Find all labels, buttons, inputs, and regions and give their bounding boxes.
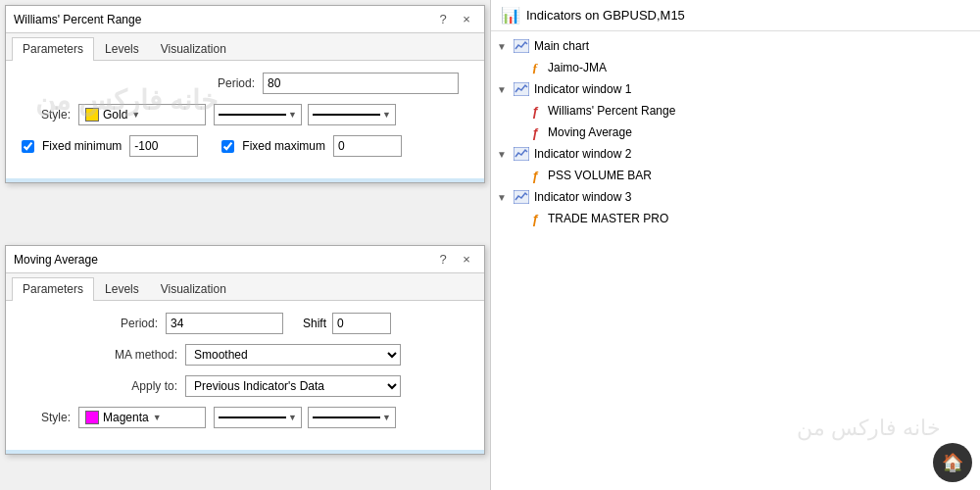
tree-indicator-window-3[interactable]: ▼ Indicator window 3 [491, 186, 980, 208]
ma-tree-label: Moving Average [548, 125, 632, 139]
iw1-expand: ▼ [497, 84, 513, 95]
wpr-fixed-max-input[interactable] [333, 135, 402, 157]
ma-style-label: Style: [22, 411, 71, 424]
wpr-color-swatch [85, 108, 99, 122]
ma-progress [6, 450, 484, 454]
corner-logo: 🏠 [933, 443, 972, 482]
ma-line-arrow-2: ▼ [382, 413, 391, 422]
pss-label: PSS VOLUME BAR [548, 169, 652, 182]
wpr-close-button[interactable]: × [457, 10, 476, 29]
ma-method-select[interactable]: Smoothed Simple Exponential Linear Weigh… [185, 344, 401, 366]
ma-line-style-1[interactable]: ▼ [214, 407, 302, 428]
main-chart-expand: ▼ [497, 41, 513, 52]
ma-help-button[interactable]: ? [433, 250, 453, 270]
corner-logo-icon: 🏠 [942, 452, 963, 473]
wpr-tree-icon: ƒ [526, 102, 544, 120]
left-panel: Williams' Percent Range ? × Parameters L… [0, 0, 490, 490]
ma-apply-select[interactable]: Previous Indicator's Data Close Open Hig… [185, 375, 401, 397]
wpr-color-label: Gold [103, 108, 127, 122]
ma-period-label: Period: [99, 317, 158, 330]
tree-trade-master[interactable]: ƒ TRADE MASTER PRO [491, 208, 980, 229]
iw3-expand: ▼ [497, 192, 513, 203]
ma-title-buttons: ? × [433, 250, 476, 270]
wpr-window: Williams' Percent Range ? × Parameters L… [5, 5, 485, 183]
wpr-tabs: Parameters Levels Visualization [6, 33, 484, 61]
tree-pss[interactable]: ƒ PSS VOLUME BAR [491, 165, 980, 186]
ma-method-row: MA method: Smoothed Simple Exponential L… [22, 344, 468, 366]
ma-form: Period: Shift MA method: Smoothed Simple… [6, 301, 484, 450]
ma-apply-row: Apply to: Previous Indicator's Data Clos… [22, 375, 468, 397]
ma-color-swatch [85, 411, 99, 424]
wpr-progress [6, 178, 484, 182]
wpr-line-preview-1 [219, 114, 286, 116]
wpr-line-style-2[interactable]: ▼ [308, 104, 396, 125]
ma-tree-icon: ƒ [526, 123, 544, 141]
wpr-line-arrow-2: ▼ [382, 110, 391, 120]
wpr-period-row: Period: [22, 73, 468, 94]
ma-title: Moving Average [14, 253, 98, 267]
indicators-title-text: Indicators on GBPUSD,M15 [526, 8, 685, 23]
ma-shift-input[interactable] [332, 313, 391, 334]
wpr-title-buttons: ? × [433, 10, 476, 29]
ma-style-row: Style: Magenta ▼ ▼ ▼ [22, 407, 468, 428]
ma-line-arrow-1: ▼ [288, 413, 297, 422]
ma-shift-label: Shift [303, 317, 326, 330]
indicators-icon: 📊 [501, 6, 520, 24]
iw3-icon [513, 188, 530, 206]
wpr-tree-label: Williams' Percent Range [548, 104, 675, 118]
iw2-icon [513, 145, 530, 163]
wpr-tab-levels[interactable]: Levels [94, 37, 150, 60]
tree-main-chart[interactable]: ▼ Main chart [491, 35, 980, 57]
wpr-line-style-1[interactable]: ▼ [214, 104, 302, 125]
ma-line-preview-1 [219, 416, 286, 418]
tree-indicator-window-2[interactable]: ▼ Indicator window 2 [491, 143, 980, 165]
wpr-tab-parameters[interactable]: Parameters [12, 37, 94, 61]
wpr-fixed-min-label: Fixed minimum [42, 139, 122, 153]
wpr-fixed-row: Fixed minimum Fixed maximum [22, 135, 468, 157]
wpr-line-arrow-1: ▼ [288, 110, 297, 120]
wpr-fixed-min-checkbox[interactable] [22, 140, 34, 153]
ma-color-arrow: ▼ [153, 413, 162, 422]
ma-apply-label: Apply to: [89, 379, 177, 393]
ma-color-picker[interactable]: Magenta ▼ [78, 407, 206, 428]
right-watermark: خانه فارکس من [797, 416, 941, 441]
iw1-icon [513, 80, 530, 98]
wpr-help-button[interactable]: ? [433, 10, 453, 29]
iw2-label: Indicator window 2 [534, 147, 631, 161]
wpr-color-picker[interactable]: Gold ▼ [78, 104, 206, 125]
ma-tab-levels[interactable]: Levels [94, 277, 150, 300]
wpr-title-bar: Williams' Percent Range ? × [6, 6, 484, 33]
wpr-fixed-max-checkbox[interactable] [221, 140, 234, 153]
ma-color-label: Magenta [103, 411, 149, 424]
iw3-label: Indicator window 3 [534, 190, 631, 204]
ma-line-preview-2 [313, 416, 380, 418]
wpr-color-arrow: ▼ [131, 110, 140, 120]
tree-indicator-window-1[interactable]: ▼ Indicator window 1 [491, 78, 980, 100]
wpr-period-label: Period: [157, 76, 255, 90]
tree-jaimo-jma[interactable]: ƒ Jaimo-JMA [491, 57, 980, 78]
ma-tab-visualization[interactable]: Visualization [150, 277, 237, 300]
tree-wpr[interactable]: ƒ Williams' Percent Range [491, 100, 980, 122]
wpr-period-input[interactable] [263, 73, 459, 94]
tree-ma[interactable]: ƒ Moving Average [491, 122, 980, 143]
wpr-tab-visualization[interactable]: Visualization [150, 37, 237, 60]
indicators-title: 📊 Indicators on GBPUSD,M15 [491, 0, 980, 31]
iw1-label: Indicator window 1 [534, 82, 631, 96]
ma-line-style-2[interactable]: ▼ [308, 407, 396, 428]
ma-period-row: Period: Shift [22, 313, 468, 334]
jaimo-icon: ƒ [526, 59, 544, 76]
wpr-fixed-min-input[interactable] [129, 135, 198, 157]
tm-icon: ƒ [526, 210, 544, 227]
ma-window: Moving Average ? × Parameters Levels Vis… [5, 245, 485, 455]
ma-tabs: Parameters Levels Visualization [6, 273, 484, 301]
jaimo-label: Jaimo-JMA [548, 61, 607, 74]
ma-period-input[interactable] [166, 313, 283, 334]
right-panel: 📊 Indicators on GBPUSD,M15 ▼ Main chart … [490, 0, 980, 490]
wpr-title: Williams' Percent Range [14, 13, 141, 26]
main-chart-icon [513, 37, 530, 55]
ma-close-button[interactable]: × [457, 250, 476, 270]
indicators-tree: ▼ Main chart ƒ Jaimo-JMA ▼ In [491, 31, 980, 233]
wpr-form: Period: Style: Gold ▼ ▼ ▼ [6, 61, 484, 178]
ma-tab-parameters[interactable]: Parameters [12, 277, 94, 301]
wpr-style-label: Style: [22, 108, 71, 122]
